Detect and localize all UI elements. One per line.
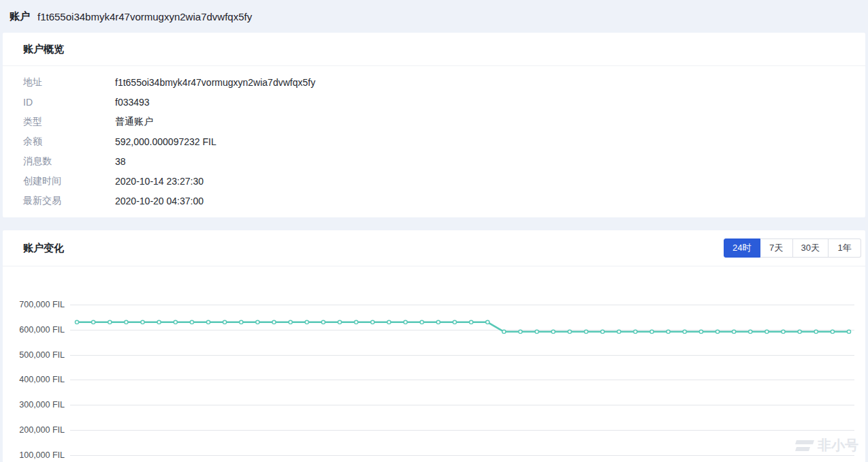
field-label: ID <box>23 97 115 108</box>
field-value: f1t655oi34bmyk4r47vormugxyn2wia7dvwfqx5f… <box>115 77 315 88</box>
account-address: f1t655oi34bmyk4r47vormugxyn2wia7dvwfqx5f… <box>37 11 252 22</box>
balance-chart[interactable]: 700,000 FIL 600,000 FIL 500,000 FIL 400,… <box>3 266 865 462</box>
field-value: 592,000.000097232 FIL <box>115 136 216 147</box>
overview-card-title: 账户概览 <box>23 43 64 56</box>
balance-line-svg[interactable] <box>3 266 865 462</box>
chart-card-title: 账户变化 <box>23 242 64 255</box>
chart-card-header: 账户变化 24时 7天 30天 1年 <box>3 230 865 266</box>
field-label: 创建时间 <box>23 175 115 187</box>
overview-row-type: 类型 普通账户 <box>3 112 865 132</box>
range-button-24h[interactable]: 24时 <box>724 238 760 258</box>
overview-row-latest-tx: 最新交易 2020-10-20 04:37:00 <box>3 191 865 211</box>
field-label: 最新交易 <box>23 195 115 207</box>
range-button-30d[interactable]: 30天 <box>793 238 829 258</box>
overview-row-address: 地址 f1t655oi34bmyk4r47vormugxyn2wia7dvwfq… <box>3 72 865 92</box>
range-button-7d[interactable]: 7天 <box>760 238 793 258</box>
field-label: 余额 <box>23 136 115 148</box>
account-changes-card: 账户变化 24时 7天 30天 1年 700,000 FIL 600,000 F… <box>3 230 865 462</box>
field-value: 2020-10-20 04:37:00 <box>115 196 204 206</box>
field-label: 类型 <box>23 116 115 128</box>
overview-row-balance: 余额 592,000.000097232 FIL <box>3 132 865 151</box>
overview-body: 地址 f1t655oi34bmyk4r47vormugxyn2wia7dvwfq… <box>3 66 865 217</box>
field-value: f033493 <box>115 97 150 108</box>
overview-card-header: 账户概览 <box>3 33 865 66</box>
overview-row-created-time: 创建时间 2020-10-14 23:27:30 <box>3 171 865 191</box>
field-label: 消息数 <box>23 155 115 168</box>
account-page: 账户 f1t655oi34bmyk4r47vormugxyn2wia7dvwfq… <box>0 0 868 462</box>
field-label: 地址 <box>23 76 115 89</box>
account-overview-card: 账户概览 地址 f1t655oi34bmyk4r47vormugxyn2wia7… <box>3 33 865 217</box>
field-value: 2020-10-14 23:27:30 <box>115 176 204 187</box>
overview-row-message-count: 消息数 38 <box>3 151 865 171</box>
time-range-group: 24时 7天 30天 1年 <box>724 238 861 258</box>
range-button-1y[interactable]: 1年 <box>829 238 861 258</box>
field-value: 38 <box>115 156 126 167</box>
page-header: 账户 f1t655oi34bmyk4r47vormugxyn2wia7dvwfq… <box>0 0 868 33</box>
page-title: 账户 <box>10 10 30 23</box>
field-value: 普通账户 <box>115 116 153 128</box>
overview-row-id: ID f033493 <box>3 92 865 112</box>
